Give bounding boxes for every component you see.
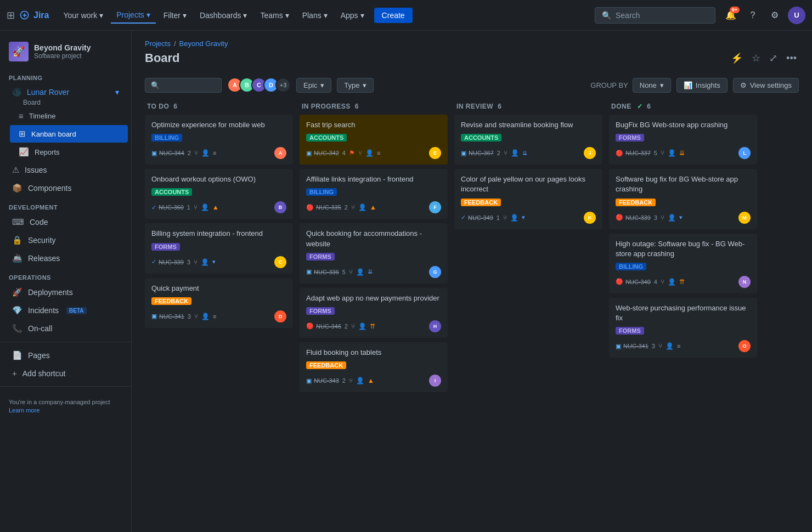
priority-icon: ≡ bbox=[213, 150, 216, 156]
sidebar-item-lunar-rover[interactable]: 🌑 Lunar Rover ▾ bbox=[3, 84, 128, 100]
more-avatars[interactable]: +3 bbox=[275, 77, 291, 93]
assignee-avatar: L bbox=[738, 147, 751, 159]
task-icon: ✓ bbox=[461, 214, 466, 221]
chart-icon: 📊 bbox=[684, 81, 692, 89]
incidents-icon: 💎 bbox=[12, 305, 22, 315]
insights-button[interactable]: 📊 Insights bbox=[676, 78, 728, 93]
grid-icon[interactable]: ⊞ bbox=[7, 9, 15, 21]
sidebar-item-reports[interactable]: 📈 Reports bbox=[10, 143, 128, 161]
sidebar-item-timeline[interactable]: ≡ Timeline bbox=[10, 107, 128, 124]
priority-icon: ⇊ bbox=[522, 150, 527, 157]
priority-icon: ≡ bbox=[213, 313, 216, 320]
story-icon: ▣ bbox=[151, 313, 157, 320]
column-inreview: IN REVIEW 6 Revise and streamline bookin… bbox=[454, 98, 602, 229]
breadcrumb-separator: / bbox=[174, 39, 176, 48]
priority-icon: ⇈ bbox=[370, 322, 375, 330]
card-nuc339b[interactable]: Software bug fix for BG Web-store app cr… bbox=[609, 169, 757, 229]
epic-filter[interactable]: Epic ▾ bbox=[296, 78, 331, 93]
sidebar-item-releases[interactable]: 🚢 Releases bbox=[3, 250, 128, 267]
create-button[interactable]: Create bbox=[374, 8, 413, 23]
releases-icon: 🚢 bbox=[12, 253, 22, 263]
sidebar-item-code[interactable]: ⌨ Code bbox=[3, 213, 128, 231]
card-nuc343[interactable]: Fluid booking on tablets FEEDBACK ▣ NUC-… bbox=[300, 342, 448, 392]
column-todo-cards: Optimize experience for mobile web BILLI… bbox=[145, 115, 293, 328]
sidebar-item-issues[interactable]: ⚠ Issues bbox=[3, 161, 128, 179]
board-search[interactable]: 🔍 bbox=[145, 78, 222, 93]
assignee-avatar: M bbox=[738, 212, 751, 224]
card-nuc346[interactable]: Adapt web app no new payments provider F… bbox=[300, 288, 448, 338]
nav-plans[interactable]: Plans ▾ bbox=[297, 8, 333, 23]
card-nuc336[interactable]: Quick booking for accommodations - websi… bbox=[300, 223, 448, 283]
search-icon: 🔍 bbox=[151, 81, 160, 89]
assignee-avatar: A bbox=[274, 147, 286, 159]
priority-icon: ⇊ bbox=[679, 149, 685, 157]
sidebar-item-pages[interactable]: 📄 Pages bbox=[3, 347, 128, 364]
flag-icon: ⚑ bbox=[349, 149, 355, 157]
assignee-avatar: K bbox=[584, 212, 596, 224]
card-nuc349[interactable]: Color of pale yellow on our pages looks … bbox=[454, 169, 602, 229]
breadcrumb-project-name[interactable]: Beyond Gravity bbox=[179, 39, 228, 48]
story-icon: ▣ bbox=[306, 268, 312, 275]
star-button[interactable]: ☆ bbox=[749, 50, 763, 66]
story-icon: ▣ bbox=[461, 150, 466, 157]
security-icon: 🔒 bbox=[12, 235, 22, 245]
card-nuc340[interactable]: High outage: Software bug fix - BG Web-s… bbox=[609, 234, 757, 293]
sidebar-item-oncall[interactable]: 📞 On-call bbox=[3, 320, 128, 337]
more-options-button[interactable]: ••• bbox=[784, 50, 799, 66]
components-icon: 📦 bbox=[12, 183, 22, 193]
assignee-avatar: H bbox=[429, 320, 441, 332]
nav-projects[interactable]: Projects ▾ bbox=[111, 7, 156, 24]
search-bar[interactable]: 🔍 Search bbox=[595, 7, 715, 24]
group-by-none[interactable]: None ▾ bbox=[633, 78, 671, 93]
card-nuc367[interactable]: Revise and streamline booking flow ACCOU… bbox=[454, 115, 602, 165]
priority-icon: ▲ bbox=[368, 377, 374, 384]
help-button[interactable]: ? bbox=[744, 7, 762, 24]
task-icon: ✓ bbox=[151, 258, 156, 265]
nav-your-work[interactable]: Your work ▾ bbox=[58, 8, 109, 23]
card-nuc344[interactable]: Optimize experience for mobile web BILLI… bbox=[145, 115, 293, 165]
card-nuc337[interactable]: BugFix BG Web-store app crashing FORMS 🔴… bbox=[609, 115, 757, 165]
priority-icon: ▲ bbox=[212, 203, 219, 211]
learn-more-link[interactable]: Learn more bbox=[9, 407, 122, 414]
settings-icon: ⚙ bbox=[740, 81, 747, 89]
sidebar-item-deployments[interactable]: 🚀 Deployments bbox=[3, 284, 128, 301]
app-logo[interactable]: Jira bbox=[19, 10, 49, 21]
operations-section-label: OPERATIONS bbox=[0, 268, 131, 283]
card-nuc341b[interactable]: Web-store purchasing performance issue f… bbox=[609, 298, 757, 358]
settings-button[interactable]: ⚙ bbox=[766, 7, 783, 24]
assignee-avatar: J bbox=[584, 147, 596, 159]
card-nuc360[interactable]: Onboard workout options (OWO) ACCOUNTS ✓… bbox=[145, 169, 293, 219]
sidebar-item-security[interactable]: 🔒 Security bbox=[3, 231, 128, 249]
sidebar-item-components[interactable]: 📦 Components bbox=[3, 179, 128, 197]
board-header: Projects / Beyond Gravity Board ⚡ ☆ ⤢ ••… bbox=[132, 31, 812, 73]
breadcrumb-projects[interactable]: Projects bbox=[145, 39, 171, 48]
bug-icon: 🔴 bbox=[616, 278, 623, 285]
sidebar-item-incidents[interactable]: 💎 Incidents BETA bbox=[3, 302, 128, 319]
user-avatar[interactable]: U bbox=[788, 7, 805, 24]
search-icon: 🔍 bbox=[602, 11, 611, 20]
lightning-button[interactable]: ⚡ bbox=[729, 50, 745, 66]
view-settings-button[interactable]: ⚙ View settings bbox=[733, 78, 799, 93]
breadcrumb: Projects / Beyond Gravity bbox=[145, 39, 799, 48]
avatars-filter: A B C D +3 bbox=[227, 77, 291, 93]
nav-dashboards[interactable]: Dashboards ▾ bbox=[194, 8, 253, 23]
board-sublabel: Board bbox=[14, 99, 131, 106]
notifications-button[interactable]: 🔔 9+ bbox=[722, 7, 740, 24]
nav-filter[interactable]: Filter ▾ bbox=[158, 8, 192, 23]
board-title: Board bbox=[145, 51, 180, 65]
sidebar-item-kanban[interactable]: ⊞ Kanban board bbox=[10, 125, 128, 143]
task-icon: ✓ bbox=[151, 204, 156, 211]
nav-apps[interactable]: Apps ▾ bbox=[335, 8, 370, 23]
card-nuc339[interactable]: Billing system integration - frontend FO… bbox=[145, 223, 293, 273]
card-nuc335[interactable]: Affiliate links integration - frontend B… bbox=[300, 169, 448, 219]
code-icon: ⌨ bbox=[12, 217, 24, 227]
card-nuc341[interactable]: Quick payment FEEDBACK ▣ NUC-341 3 ⑂ 👤 ≡… bbox=[145, 278, 293, 328]
type-filter[interactable]: Type ▾ bbox=[337, 78, 374, 93]
card-nuc342[interactable]: Fast trip search ACCOUNTS ▣ NUC-342 4 ⚑ … bbox=[300, 115, 448, 165]
expand-button[interactable]: ⤢ bbox=[767, 50, 780, 66]
column-inreview-header: IN REVIEW 6 bbox=[454, 98, 602, 115]
nav-teams[interactable]: Teams ▾ bbox=[255, 8, 294, 23]
sidebar-item-add-shortcut[interactable]: + Add shortcut bbox=[3, 365, 128, 382]
deployments-icon: 🚀 bbox=[12, 287, 22, 297]
assignee-avatar: C bbox=[274, 256, 286, 268]
